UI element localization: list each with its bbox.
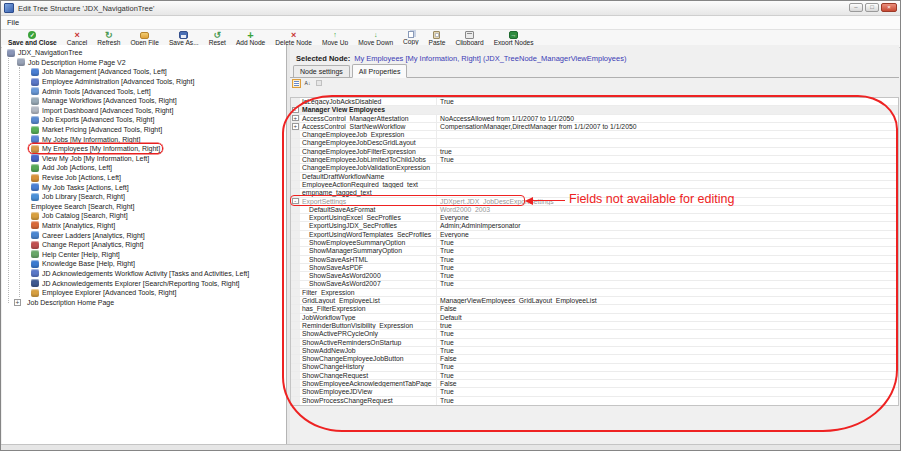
grid-row-defaultsaveasformat[interactable]: DefaultSaveAsFormatWord2000_2003 bbox=[291, 206, 898, 214]
grid-row-empname-tagged-text[interactable]: empname_tagged_text bbox=[291, 189, 898, 197]
property-value[interactable]: true bbox=[437, 148, 898, 155]
move-up-icon bbox=[331, 31, 340, 39]
tree-item-employee-administration-advanced-tools-r[interactable]: Employee Administration [Advanced Tools,… bbox=[2, 77, 286, 87]
property-value[interactable]: True bbox=[437, 372, 898, 379]
tree-item-market-pricing-advanced-tools-right[interactable]: Market Pricing [Advanced Tools, Right] bbox=[2, 125, 286, 135]
tab-node-settings[interactable]: Node settings bbox=[293, 65, 350, 77]
grid-row-showsaveashtml[interactable]: ShowSaveAsHTMLTrue bbox=[291, 256, 898, 264]
property-value[interactable]: true bbox=[437, 322, 898, 329]
tree-item-employee-explorer-advanced-tools-right[interactable]: Employee Explorer [Advanced Tools, Right… bbox=[2, 288, 286, 298]
property-value[interactable]: Admin;AdminImpersonator bbox=[437, 222, 898, 229]
grid-row-changeemployeejobfilterexpression[interactable]: ChangeEmployeeJobFilterExpressiontrue bbox=[291, 148, 898, 156]
grid-expander-icon[interactable]: - bbox=[292, 107, 299, 114]
grid-row-changeemployeejoblimitedtochildjobs[interactable]: ChangeEmployeeJobLimitedToChildJobsTrue bbox=[291, 156, 898, 164]
property-value[interactable]: Word2000_2003 bbox=[437, 206, 898, 213]
grid-row-reminderbuttonvisibility-expression[interactable]: ReminderButtonVisibility_Expressiontrue bbox=[291, 322, 898, 330]
tree-item-matrix-analytics-right[interactable]: Matrix [Analytics, Right] bbox=[2, 221, 286, 231]
property-value[interactable]: True bbox=[437, 388, 898, 395]
grid-row-showemployeejdview[interactable]: ShowEmployeeJDViewTrue bbox=[291, 388, 898, 396]
grid-expander-icon[interactable]: - bbox=[292, 198, 299, 205]
grid-row-showemployeesummaryoption[interactable]: ShowEmployeeSummaryOptionTrue bbox=[291, 239, 898, 247]
alphabetical-sort-icon[interactable] bbox=[303, 79, 312, 88]
property-value[interactable]: True bbox=[437, 347, 898, 354]
tree-expander-icon[interactable]: + bbox=[14, 299, 21, 306]
grid-row-exportsettings[interactable]: -ExportSettingsJDXpert.JDX_JobDescExport… bbox=[291, 198, 898, 206]
grid-row-exportusingjdx-secprofiles[interactable]: ExportUsingJDX_SecProfilesAdmin;AdminImp… bbox=[291, 222, 898, 230]
grid-row-showsaveasword2000[interactable]: ShowSaveAsWord2000True bbox=[291, 272, 898, 280]
grid-gutter bbox=[291, 289, 300, 296]
grid-row-showchangehistory[interactable]: ShowChangeHistoryTrue bbox=[291, 364, 898, 372]
tree-item-label: Revise Job [Actions, Left] bbox=[42, 173, 121, 182]
grid-row-accesscontrol-startnewworkflow[interactable]: +AccessControl_StartNewWorkflowCompensat… bbox=[291, 123, 898, 131]
tab-all-properties[interactable]: All Properties bbox=[352, 64, 408, 78]
grid-row-jobworkflowtype[interactable]: JobWorkflowTypeDefault bbox=[291, 314, 898, 322]
grid-row-filter-expression[interactable]: Filter_Expression bbox=[291, 289, 898, 297]
tree-item-job-description-home-page[interactable]: +Job Description Home Page bbox=[2, 297, 286, 307]
maximize-button[interactable]: □ bbox=[865, 3, 879, 12]
property-value[interactable]: NoAccessAllowed from 1/1/2007 to 1/1/205… bbox=[437, 115, 898, 122]
grid-row-employeeactionrequired-tagged-text[interactable]: EmployeeActionRequired_tagged_text bbox=[291, 181, 898, 189]
grid-row-showsaveaspdf[interactable]: ShowSaveAsPDFTrue bbox=[291, 264, 898, 272]
grid-row-defaultdraftworkflowname[interactable]: DefaultDraftWorkflowName bbox=[291, 173, 898, 181]
help-circle-icon bbox=[31, 250, 39, 258]
property-name: ShowChangeHistory bbox=[300, 364, 437, 371]
grid-gutter bbox=[291, 173, 300, 180]
property-tabs: Node settings All Properties bbox=[290, 62, 899, 78]
property-value[interactable]: True bbox=[437, 98, 898, 105]
copy-icon bbox=[408, 31, 414, 38]
tree-item-jd-acknowledgements-workflow-activity-ta[interactable]: JD Acknowledgements Workflow Activity [T… bbox=[2, 269, 286, 279]
property-value[interactable]: ManagerViewEmployees_GridLayout_Employee… bbox=[437, 297, 898, 304]
property-value[interactable]: True bbox=[437, 397, 898, 404]
property-value[interactable]: False bbox=[437, 305, 898, 312]
grid-row-has-filterexpression[interactable]: has_FilterExpressionFalse bbox=[291, 305, 898, 313]
property-value[interactable]: JDXpert.JDX_JobDescExportSettings bbox=[437, 198, 898, 205]
property-value[interactable]: True bbox=[437, 256, 898, 263]
grid-row-showaddnewjob[interactable]: ShowAddNewJobTrue bbox=[291, 347, 898, 355]
grid-row-showchangerequest[interactable]: ShowChangeRequestTrue bbox=[291, 372, 898, 380]
property-value[interactable]: Default bbox=[437, 314, 898, 321]
property-value[interactable]: True bbox=[437, 330, 898, 337]
grid-row-islegacyjobacksdisabled[interactable]: IsLegacyJobAcksDisabledTrue bbox=[291, 98, 898, 106]
property-value[interactable]: CompensationManager,DirectManager from 1… bbox=[437, 123, 898, 130]
property-grid: IsLegacyJobAcksDisabledTrue-Manager View… bbox=[290, 97, 899, 406]
minimize-button[interactable]: – bbox=[849, 3, 863, 12]
grid-gutter bbox=[291, 239, 300, 246]
grid-row-showactiveremindersonstartup[interactable]: ShowActiveRemindersOnStartupTrue bbox=[291, 339, 898, 347]
grid-row-showchangeemployeejobbutton[interactable]: ShowChangeEmployeeJobButtonFalse bbox=[291, 355, 898, 363]
grid-row-showactiveprcycleonly[interactable]: ShowActivePRCycleOnlyTrue bbox=[291, 330, 898, 338]
file-menu[interactable]: File bbox=[1, 18, 25, 27]
tree-item-label: Market Pricing [Advanced Tools, Right] bbox=[42, 125, 162, 134]
grid-row-exportusingwordtemplates-secprofiles[interactable]: ExportUsingWordTemplates_SecProfilesEver… bbox=[291, 231, 898, 239]
property-value[interactable]: False bbox=[437, 355, 898, 362]
grid-category-row-manager-view-employees[interactable]: -Manager View Employees bbox=[291, 106, 898, 114]
grid-row-showprocesschangerequest[interactable]: ShowProcessChangeRequestTrue bbox=[291, 397, 898, 405]
grid-row-gridlayout-employeelist[interactable]: GridLayout_EmployeeListManagerViewEmploy… bbox=[291, 297, 898, 305]
property-value[interactable]: True bbox=[437, 247, 898, 254]
grid-row-showemployeeacknowledgementtabpage[interactable]: ShowEmployeeAcknowledgementTabPageFalse bbox=[291, 380, 898, 388]
categorized-view-icon[interactable] bbox=[292, 79, 301, 88]
property-value[interactable]: True bbox=[437, 239, 898, 246]
property-value[interactable]: True bbox=[437, 272, 898, 279]
property-value[interactable]: Everyone bbox=[437, 214, 898, 221]
grid-gutter: + bbox=[291, 123, 300, 130]
grid-row-accesscontrol-managerattestation[interactable]: +AccessControl_ManagerAttestationNoAcces… bbox=[291, 115, 898, 123]
grid-row-changeemployeejob-expression[interactable]: ChangeEmployeeJob_Expression bbox=[291, 131, 898, 139]
close-button[interactable]: × bbox=[881, 3, 897, 12]
grid-expander-icon[interactable]: + bbox=[292, 123, 299, 130]
property-value[interactable]: False bbox=[437, 380, 898, 387]
property-value[interactable]: True bbox=[437, 339, 898, 346]
property-value[interactable]: True bbox=[437, 264, 898, 271]
property-value[interactable]: True bbox=[437, 363, 898, 370]
property-value[interactable]: True bbox=[437, 156, 898, 163]
grid-row-changeemployeejobdescgridlayout[interactable]: ChangeEmployeeJobDescGridLayout bbox=[291, 139, 898, 147]
grid-expander-icon[interactable]: + bbox=[292, 115, 299, 122]
property-pages-icon[interactable] bbox=[314, 79, 323, 88]
grid-row-showmanagersummaryoption[interactable]: ShowManagerSummaryOptionTrue bbox=[291, 247, 898, 255]
property-value[interactable]: True bbox=[437, 280, 898, 287]
grid-row-exportusingexcel-secprofiles[interactable]: ExportUsingExcel_SecProfilesEveryone bbox=[291, 214, 898, 222]
grid-row-changeemployeejobvalidationexpression[interactable]: ChangeEmployeeJobValidationExpression bbox=[291, 164, 898, 172]
tree-item-revise-job-actions-left[interactable]: Revise Job [Actions, Left] bbox=[2, 173, 286, 183]
import-dashboard-icon bbox=[31, 106, 39, 114]
property-value[interactable]: Everyone bbox=[437, 231, 898, 238]
grid-row-showsaveasword2007[interactable]: ShowSaveAsWord2007True bbox=[291, 281, 898, 289]
